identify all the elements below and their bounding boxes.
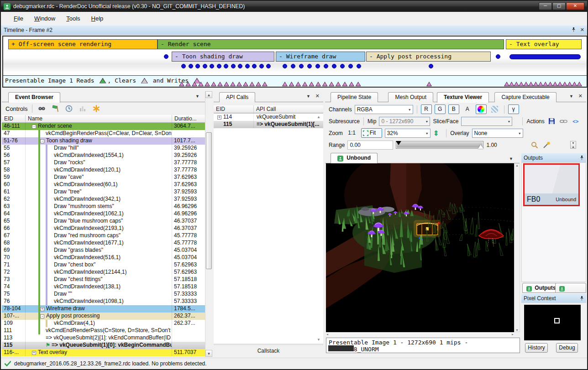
zoom-level-select[interactable]: 32%▼	[385, 129, 430, 138]
tab-inputs[interactable]: Inputs	[555, 283, 586, 293]
callstack-section[interactable]: Callstack	[214, 344, 323, 354]
event-row[interactable]: 67Draw "red mushroom caps"45.77778	[2, 232, 205, 240]
scroll-down-icon[interactable]: ▼	[317, 338, 320, 342]
event-row[interactable]: 109vkCmdDraw(4,1)262.37...	[2, 320, 205, 327]
slice-face-select[interactable]: ▼	[461, 117, 512, 126]
pin-icon[interactable]	[572, 27, 576, 32]
timeline-marker-bar[interactable]: - Wireframe draw	[276, 52, 365, 62]
event-row[interactable]: 113=> vkQueueSubmit(2)[1]: vkEndCommandB…	[2, 334, 205, 342]
channel-green-button[interactable]: G	[435, 104, 446, 114]
close-icon[interactable]: ✕	[580, 27, 584, 33]
event-row[interactable]: 70vkCmdDrawIndexed(516,1)45.03704	[2, 254, 205, 261]
scroll-up-icon[interactable]: ▲	[317, 115, 320, 119]
panel-close-icon[interactable]: ✕	[578, 93, 583, 99]
debug-button[interactable]: Debug	[556, 343, 578, 353]
event-browser-scrollbar[interactable]: ▲ ▼	[205, 91, 212, 357]
tab-event-browser[interactable]: Event Browser	[8, 92, 60, 103]
event-row[interactable]: 47vkCmdBeginRenderPass(C=Clear, D=Clear,…	[2, 130, 205, 137]
api-call-row[interactable]: +114vkQueueSubmit	[214, 114, 323, 121]
mip-select[interactable]: 0 - 1272x690▼	[379, 117, 430, 126]
link-icon[interactable]	[559, 117, 568, 126]
event-row[interactable]: 78-104+Wireframe draw1784.5...	[2, 305, 205, 313]
tab-mesh-output[interactable]: Mesh Output	[388, 92, 433, 102]
column-name[interactable]: Name	[26, 115, 172, 122]
texture-display[interactable]	[326, 163, 514, 332]
texture-vertical-scrollbar[interactable]: ▲ ▼	[514, 163, 520, 332]
event-row[interactable]: 68vkCmdDrawIndexed(1677,1)45.77778	[2, 240, 205, 247]
column-eid[interactable]: EID	[2, 115, 26, 122]
channels-select[interactable]: RGBA▼	[355, 105, 413, 114]
time-duration-icon[interactable]	[64, 104, 74, 113]
event-row[interactable]: 107-...-Apply post processing262.37...	[2, 313, 205, 320]
maximize-button[interactable]: ▢	[552, 2, 566, 10]
event-row[interactable]: 58vkCmdDrawIndexed(120,1)37.77778	[2, 167, 205, 174]
api-call-row[interactable]: 115=> vkQueueSubmit(1)[...	[214, 121, 323, 128]
event-row[interactable]: 66vkCmdDrawIndexed(2193,1)46.37037	[2, 225, 205, 232]
timeline[interactable]: + Off-screen scene rendering- Render sce…	[2, 36, 588, 88]
tab-capture-executable[interactable]: Capture Executable	[494, 92, 556, 102]
event-row[interactable]: 74vkCmdDrawIndexed(138,1)57.18518	[2, 283, 205, 291]
timeline-marker-bar[interactable]: - Toon shading draw	[172, 52, 274, 62]
range-white-handle[interactable]	[478, 145, 483, 149]
event-row[interactable]: 59Draw "cave"37.62963	[2, 174, 205, 181]
toolbar-overflow-button[interactable]: ▼▲	[570, 141, 576, 149]
range-max-value[interactable]: 1.00	[486, 142, 497, 148]
close-button[interactable]: ✕	[566, 2, 584, 10]
event-row[interactable]: 65Draw "blue mushroom caps"46.37037	[2, 218, 205, 225]
timeline-marker-bar[interactable]: - Render scene	[158, 39, 504, 49]
pixel-context-view[interactable]	[524, 305, 581, 340]
event-row[interactable]: 56vkCmdDrawIndexed(1554,1)39.25926	[2, 152, 205, 159]
custom-action-icon[interactable]	[92, 104, 101, 113]
channel-alpha-button[interactable]: A	[462, 104, 473, 114]
range-min-input[interactable]: 0.00	[347, 141, 393, 150]
save-icon[interactable]	[547, 117, 556, 126]
range-black-handle[interactable]	[396, 141, 401, 145]
menu-help[interactable]: Help	[86, 13, 109, 24]
event-row[interactable]: 73Draw "chest fittings"57.18518	[2, 276, 205, 283]
tab-outputs[interactable]: Outputs	[522, 283, 560, 293]
pin-icon[interactable]	[580, 156, 584, 161]
event-row[interactable]: 57Draw "rocks"37.77778	[2, 159, 205, 167]
tab-pipeline-state[interactable]: Pipeline State	[331, 92, 378, 102]
event-row[interactable]: 69Draw "grass blades"45.03704	[2, 247, 205, 254]
event-row[interactable]: 46-111-Render scene3064.7...	[2, 123, 205, 130]
range-slider[interactable]	[396, 141, 483, 149]
menu-tools[interactable]: Tools	[61, 13, 85, 24]
event-row[interactable]: 115⚑=> vkQueueSubmit(1)[0]: vkBeginComma…	[2, 342, 205, 349]
history-button[interactable]: History	[525, 343, 548, 353]
output-fb0-thumbnail[interactable]: FB0 Unbound	[523, 163, 580, 206]
flip-vertical-icon[interactable]: ⇕	[433, 129, 439, 137]
event-row[interactable]: 55Draw "hill"39.25926	[2, 145, 205, 152]
texture-list-dropdown-icon[interactable]: ▼	[509, 156, 513, 161]
panel-menu-icon[interactable]: ▼	[195, 94, 200, 99]
timeline-marker-bar[interactable]: - Apply post processing	[366, 52, 491, 62]
panel-menu-icon[interactable]: ▼	[306, 94, 310, 99]
minimize-button[interactable]: ─	[539, 2, 552, 10]
event-row[interactable]: 111vkCmdEndRenderPass(C=Store, D=Store, …	[2, 327, 205, 334]
menu-window[interactable]: Window	[29, 13, 61, 24]
color-wheel-button[interactable]	[476, 104, 487, 114]
texture-horizontal-scrollbar[interactable]: ◄►	[326, 333, 514, 336]
timeline-marker-bar[interactable]: - Text overlay	[506, 39, 582, 49]
column-api-call[interactable]: API Call	[254, 105, 323, 113]
event-row[interactable]: 64vkCmdDrawIndexed(1062,1)46.96296	[2, 210, 205, 218]
range-wand-icon[interactable]	[542, 141, 551, 150]
tab-current-texture[interactable]: Unbound	[331, 153, 378, 163]
pin-icon[interactable]	[580, 296, 584, 301]
event-row[interactable]: 62vkCmdDrawIndexed(342,1)37.92593	[2, 196, 205, 203]
zoom-fit-button[interactable]: Fit	[361, 128, 382, 138]
event-row[interactable]: 72vkCmdDrawIndexed(12144,1)57.62963	[2, 269, 205, 276]
event-row[interactable]: 76vkCmdDrawIndexed(1098,1)57.33333	[2, 298, 205, 305]
alpha-checker-button[interactable]	[489, 104, 500, 114]
channel-red-button[interactable]: R	[421, 104, 432, 114]
find-icon[interactable]	[37, 104, 46, 113]
event-row[interactable]: 60vkCmdDrawIndexed(60,1)37.62963	[2, 181, 205, 188]
column-duration[interactable]: Duratio...	[172, 115, 205, 122]
statistics-icon[interactable]	[78, 104, 87, 113]
open-in-code-icon[interactable]: <>	[571, 117, 580, 126]
column-eid[interactable]: EID	[214, 105, 254, 113]
timeline-marker-bar[interactable]: + Off-screen scene rendering	[8, 39, 158, 49]
event-row[interactable]: 71Draw "chest box"57.62963	[2, 261, 205, 269]
zoom-1to1-button[interactable]: 1:1	[346, 128, 358, 138]
event-row[interactable]: 116-...+Text overlay511.7037	[2, 349, 205, 356]
